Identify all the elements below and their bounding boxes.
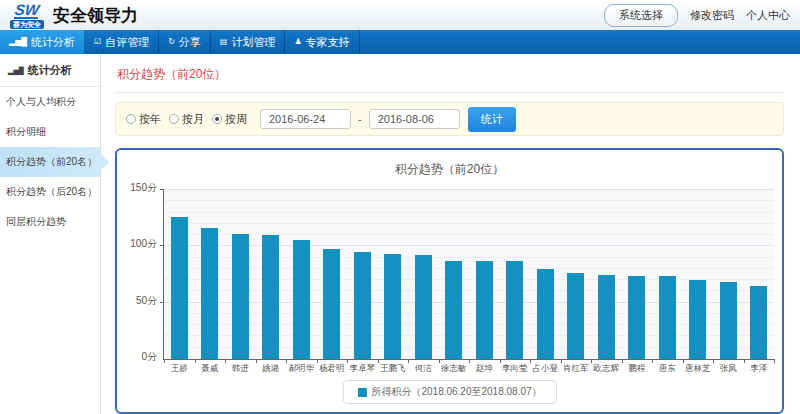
bar-slot <box>622 190 653 359</box>
x-axis-tick <box>683 359 684 363</box>
bar-slot <box>408 190 439 359</box>
nav-tab-plan-management[interactable]: ▤计划管理 <box>211 30 286 54</box>
x-axis-tick <box>195 359 196 363</box>
nav-tab-label: 计划管理 <box>231 35 275 50</box>
nav-tab-share[interactable]: ↻分享 <box>159 30 211 54</box>
chart-bar <box>384 254 401 359</box>
checklist-icon: ☑ <box>94 38 101 46</box>
bar-slot <box>164 190 195 359</box>
chart-bar <box>750 286 767 359</box>
sidebar-title: ▂▅█ 统计分析 <box>0 54 100 87</box>
expert-person-icon: ♟ <box>294 38 301 46</box>
x-axis-tick <box>500 359 501 363</box>
chart-bar <box>262 235 279 359</box>
bar-slot <box>500 190 531 359</box>
navbar: ▂▅█统计分析☑自评管理↻分享▤计划管理♟专家支持 <box>0 30 800 54</box>
bar-series <box>164 190 774 359</box>
x-axis-tick <box>408 359 409 363</box>
logo-sw-mark: SW <box>14 2 41 19</box>
nav-tab-expert-support[interactable]: ♟专家支持 <box>285 30 359 54</box>
bar-slot <box>652 190 683 359</box>
nav-tab-label: 分享 <box>179 35 201 50</box>
system-select-button[interactable]: 系统选择 <box>604 4 678 27</box>
page-title: 积分趋势（前20位） <box>115 60 784 93</box>
personal-center-link[interactable]: 个人中心 <box>746 8 790 23</box>
sidebar-item-points-trend-top20[interactable]: 积分趋势（前20名） <box>0 147 100 177</box>
sidebar-item-personal-average-points[interactable]: 个人与人均积分 <box>0 87 100 117</box>
chart-legend[interactable]: 所得积分（2018.06.20至2018.08.07） <box>342 380 556 404</box>
x-axis-label: 王娇 <box>164 363 195 375</box>
nav-tab-self-evaluation[interactable]: ☑自评管理 <box>85 30 159 54</box>
x-axis-tick <box>652 359 653 363</box>
radio-by-year[interactable]: 按年 <box>126 112 161 127</box>
chart-bar <box>689 280 706 359</box>
bar-slot <box>439 190 470 359</box>
x-axis-tick <box>561 359 562 363</box>
chart-bar <box>293 240 310 359</box>
date-range-separator: - <box>358 113 362 125</box>
sidebar-item-points-trend-bottom20[interactable]: 积分趋势（后20名） <box>0 177 100 207</box>
chart-bar <box>201 228 218 359</box>
date-from-input[interactable] <box>260 109 351 129</box>
date-to-input[interactable] <box>369 109 460 129</box>
chart-bar <box>354 252 371 359</box>
x-axis-tick <box>713 359 714 363</box>
x-axis-tick <box>347 359 348 363</box>
statistics-submit-button[interactable]: 统计 <box>468 107 516 132</box>
bar-slot <box>683 190 714 359</box>
bar-chart-icon: ▂▅█ <box>9 38 27 46</box>
share-icon: ↻ <box>168 38 175 46</box>
x-axis-tick <box>317 359 318 363</box>
chart-bar <box>445 261 462 359</box>
radio-by-week[interactable]: 按周 <box>212 112 247 127</box>
sidebar-item-points-detail[interactable]: 积分明细 <box>0 117 100 147</box>
change-password-link[interactable]: 修改密码 <box>690 8 734 23</box>
radio-by-month[interactable]: 按月 <box>169 112 204 127</box>
app-logo: SW 赛为安全 <box>10 2 44 29</box>
nav-tab-statistics[interactable]: ▂▅█统计分析 <box>0 30 85 54</box>
bar-slot <box>195 190 226 359</box>
x-axis-tick <box>164 359 165 363</box>
nav-tab-label: 自评管理 <box>105 35 149 50</box>
sidebar-item-same-level-points-trend[interactable]: 同层积分趋势 <box>0 207 100 237</box>
bar-chart-icon: ▂▅█ <box>8 67 24 75</box>
radio-label-text: 按周 <box>225 112 247 127</box>
app-title: 安全领导力 <box>53 4 138 27</box>
chart-bar <box>415 255 432 359</box>
x-axis-tick <box>225 359 226 363</box>
chart-bar <box>506 261 523 359</box>
x-axis-tick <box>286 359 287 363</box>
x-axis-label: 唐林芝 <box>683 363 714 375</box>
chart-bar <box>567 273 584 359</box>
x-axis-tick <box>469 359 470 363</box>
nav-tab-label: 统计分析 <box>31 35 75 50</box>
x-axis-label: 张凤 <box>713 363 744 375</box>
period-radio-group: 按年按月按周 <box>126 112 247 127</box>
bar-slot <box>378 190 409 359</box>
chart-plot: 0分50分100分150分王娇聂威韩进姚璐郝明华杨君明李卓琴王鹏飞何洁徐志敏赵坤… <box>163 190 774 360</box>
x-axis-label: 姚璐 <box>256 363 287 375</box>
bar-slot <box>469 190 500 359</box>
x-axis-label: 鹏程 <box>622 363 653 375</box>
x-axis-label: 聂威 <box>195 363 226 375</box>
x-axis-label: 徐志敏 <box>439 363 470 375</box>
bar-slot <box>591 190 622 359</box>
x-axis-label: 杨君明 <box>317 363 348 375</box>
y-axis-label: 100分 <box>130 237 157 251</box>
x-axis-label: 韩进 <box>225 363 256 375</box>
chart-bar <box>598 275 615 360</box>
x-axis-tick <box>530 359 531 363</box>
x-axis-tick <box>774 359 775 363</box>
chart-bar <box>659 276 676 359</box>
bar-slot <box>713 190 744 359</box>
chart-bar <box>171 217 188 359</box>
radio-label-text: 按年 <box>139 112 161 127</box>
radio-icon <box>212 114 222 124</box>
x-axis-label: 李泽 <box>744 363 775 375</box>
x-axis-label: 肖红军 <box>561 363 592 375</box>
x-axis-label: 郝明华 <box>286 363 317 375</box>
legend-color-swatch <box>357 388 366 397</box>
nav-tab-label: 专家支持 <box>306 35 350 50</box>
chart-bar <box>720 282 737 359</box>
x-axis-label: 李向莹 <box>500 363 531 375</box>
